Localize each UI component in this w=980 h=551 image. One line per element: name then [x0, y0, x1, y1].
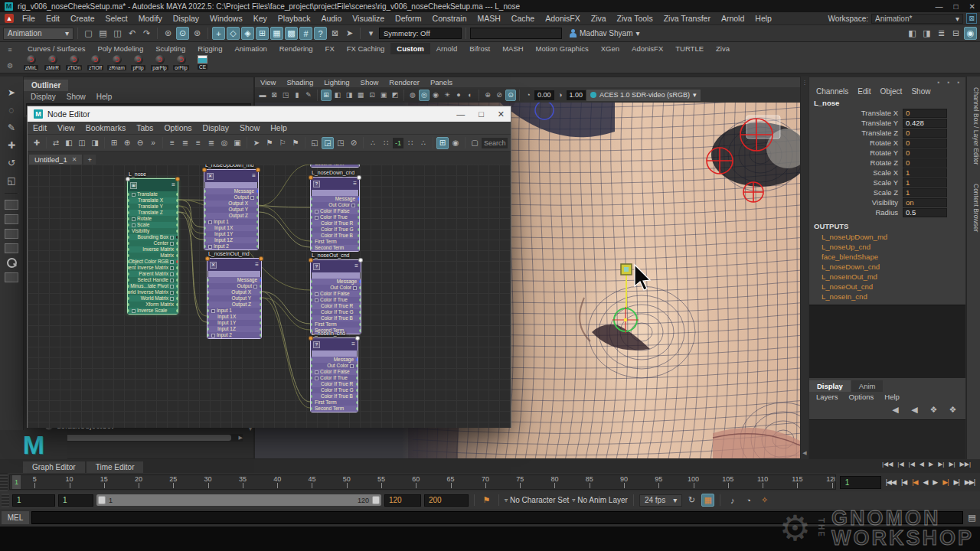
select-object-icon[interactable]: ⊙	[176, 27, 189, 40]
output-port-icon[interactable]	[356, 358, 358, 361]
input-port-icon[interactable]	[311, 358, 312, 361]
shelf-tab-rigging[interactable]: Rigging	[191, 43, 228, 54]
menu-tabs[interactable]: Tabs	[131, 123, 158, 132]
marker-out-icon[interactable]: ⚐	[276, 137, 289, 149]
shelf-button-pflip[interactable]: pFlip	[129, 55, 148, 70]
node-attribute-row[interactable]: Color If True G	[311, 387, 358, 393]
add-upstream-icon[interactable]: ⊕	[121, 137, 133, 149]
node-attribute-row[interactable]: Color If True G	[311, 309, 361, 315]
workspace-dropdown[interactable]: Animation*▾	[871, 14, 963, 24]
input-port-icon[interactable]	[311, 246, 312, 249]
lighting-icon[interactable]: ☀	[442, 90, 452, 101]
shelf-tab-fx[interactable]: FX	[319, 43, 341, 54]
output-port-icon[interactable]	[256, 245, 258, 248]
side-tab-content-browser[interactable]: Content Browser	[967, 176, 980, 240]
wireframe-icon[interactable]: ◍	[407, 90, 418, 101]
shelf-button-ce[interactable]: CE	[193, 55, 212, 70]
go-to-end-button[interactable]: ▶▶|	[960, 461, 971, 468]
input-port-icon[interactable]	[311, 204, 312, 207]
attribute-checkbox[interactable]	[350, 364, 354, 368]
layout-preset-icon-2[interactable]	[5, 214, 18, 224]
tab-graph-editor[interactable]: Graph Editor	[23, 461, 85, 473]
node-attribute-row[interactable]: Color If True B	[311, 393, 358, 399]
output-port-icon[interactable]	[358, 197, 359, 201]
panel-divider-strip[interactable]: ⋮◀	[801, 77, 808, 459]
redo-icon[interactable]: ↷	[140, 27, 153, 40]
graph-node-l-nosein-cnd[interactable]: L_noseIn_cnd?≡MessageOut ColorColor If F…	[310, 337, 358, 412]
input-port-icon[interactable]	[128, 303, 129, 306]
highlight-selection-icon[interactable]: ➤	[343, 27, 356, 40]
range-start-handle[interactable]	[98, 496, 106, 504]
layout-simple-icon[interactable]: ≡	[166, 137, 178, 149]
menu-ziva[interactable]: Ziva	[586, 14, 612, 23]
shelf-button-ztioff[interactable]: zTiOff	[86, 55, 105, 70]
help-snap-icon[interactable]: ?	[314, 27, 327, 40]
node-attribute-row[interactable]: Translate Y	[128, 204, 178, 210]
attribute-checkbox[interactable]	[315, 298, 318, 302]
node-attribute-row[interactable]: Output	[207, 283, 261, 289]
node-attribute-row[interactable]: Input 1Z	[207, 326, 261, 332]
go-to-start-button[interactable]: |◀◀	[882, 461, 893, 468]
output-port-icon[interactable]	[176, 217, 178, 220]
output-port-icon[interactable]	[260, 321, 261, 324]
attribute-checkbox[interactable]	[170, 236, 174, 240]
close-tab-icon[interactable]: ✕	[72, 156, 77, 163]
shaded-icon[interactable]: ◎	[419, 90, 430, 101]
minimize-button[interactable]: —	[456, 109, 465, 119]
input-port-icon[interactable]	[311, 298, 312, 302]
output-port-icon[interactable]	[260, 291, 261, 294]
remove-selected-icon[interactable]: ⊖	[134, 137, 146, 149]
step-back-frame-button[interactable]: |◀	[909, 461, 915, 468]
attribute-checkbox[interactable]	[170, 266, 174, 270]
maximize-button[interactable]: □	[954, 2, 959, 11]
menu-show[interactable]: Show	[907, 87, 934, 96]
attribute-checkbox[interactable]	[315, 292, 318, 296]
view-connected-icon[interactable]: ◲	[322, 137, 334, 149]
channel-value-field[interactable]: 0	[903, 109, 947, 118]
attribute-checkbox[interactable]	[132, 309, 136, 313]
shelf-tab-custom[interactable]: Custom	[390, 43, 430, 54]
shelf-tab-turtle[interactable]: TURTLE	[669, 43, 710, 54]
grid-toggle-icon[interactable]: ⊞	[436, 137, 449, 149]
node-attribute-row[interactable]: Input 1X	[204, 225, 258, 231]
node-attribute-row[interactable]: Message	[311, 196, 359, 202]
output-port-icon[interactable]	[260, 297, 261, 300]
node-attribute-row[interactable]: Color If False	[311, 291, 361, 297]
node-attribute-row[interactable]: Second Term	[311, 245, 359, 251]
channel-value-field[interactable]: 0	[903, 158, 947, 168]
connection-style-icon[interactable]: ◉	[449, 137, 462, 149]
node-attribute-row[interactable]: World Inverse Matrix	[128, 289, 178, 295]
image-plane-icon[interactable]: ✎	[303, 90, 314, 101]
snap-grid-icon[interactable]: +	[212, 27, 225, 40]
node-search-input[interactable]: Search	[482, 138, 508, 148]
ipr-icon[interactable]: ◨	[920, 27, 933, 40]
outliner-tab[interactable]: Outliner	[24, 80, 68, 91]
shelf-button-zmirl[interactable]: zMirL	[21, 55, 41, 70]
exposure-field[interactable]: 0.00	[534, 90, 554, 100]
node-attribute-row[interactable]: Color If True	[311, 375, 358, 381]
node-attribute-row[interactable]: Color If True R	[311, 303, 361, 309]
channel-value-field[interactable]: 1	[903, 168, 947, 178]
lock-icon[interactable]: ⊠	[328, 27, 341, 40]
input-port-icon[interactable]	[204, 245, 206, 248]
output-port-icon[interactable]	[358, 240, 359, 243]
channel-value-field[interactable]: on	[903, 198, 947, 207]
output-port-icon[interactable]	[256, 214, 258, 217]
node-attribute-row[interactable]	[312, 350, 357, 357]
output-port-icon[interactable]	[260, 279, 261, 282]
node-attribute-row[interactable]: Bounding Box	[128, 234, 178, 240]
shelf-tab-rendering[interactable]: Rendering	[273, 43, 319, 54]
menu-help[interactable]: Help	[265, 123, 292, 132]
graph-node-l-nose[interactable]: L_nose⊞≡TranslateTranslate XTranslate YT…	[127, 178, 178, 315]
menu-ziva-transfer[interactable]: Ziva Transfer	[658, 14, 716, 23]
input-port-icon[interactable]	[311, 292, 312, 295]
layout-connected-icon[interactable]: ≣	[179, 137, 191, 149]
node-attribute-row[interactable]: Input 1Y	[204, 231, 258, 237]
node-attribute-row[interactable]: Output X	[207, 289, 261, 295]
output-port-icon[interactable]	[359, 286, 361, 289]
node-attribute-row[interactable]: First Term	[311, 399, 358, 406]
view-simple-icon[interactable]: ◱	[309, 137, 321, 149]
graph-node-l-nosedown-cnd[interactable]: L_noseDown_cnd?≡MessageOut ColorColor If…	[310, 177, 360, 252]
input-port-icon[interactable]	[204, 233, 206, 236]
node-attribute-row[interactable]: Inverse Matrix	[128, 246, 178, 253]
